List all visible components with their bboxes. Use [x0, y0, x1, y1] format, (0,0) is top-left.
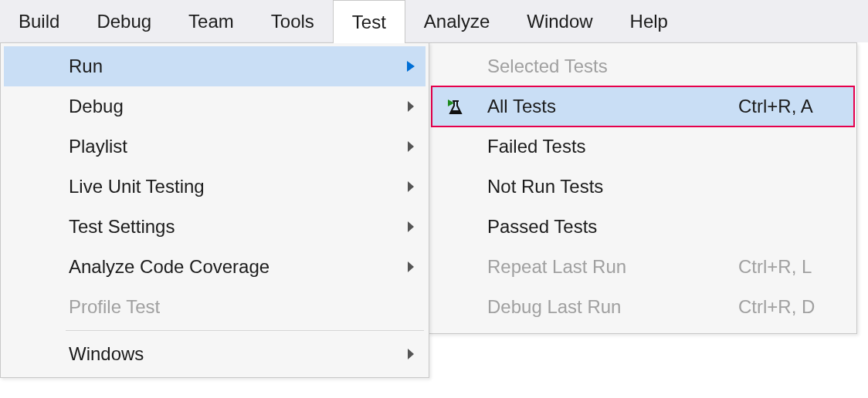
- menu-label: Tools: [271, 11, 314, 32]
- run-not-run-tests[interactable]: Not Run Tests: [432, 167, 854, 207]
- menu-label: Build: [19, 11, 59, 32]
- menu-build[interactable]: Build: [0, 0, 78, 42]
- test-test-settings[interactable]: Test Settings: [4, 207, 426, 247]
- menu-team[interactable]: Team: [170, 0, 253, 42]
- submenu-arrow-icon: [408, 141, 414, 152]
- test-windows[interactable]: Windows: [4, 334, 426, 374]
- submenu-arrow-icon: [408, 349, 414, 359]
- submenu-arrow-icon: [407, 61, 415, 72]
- menu-debug[interactable]: Debug: [78, 0, 170, 42]
- menu-item-label: Test Settings: [35, 216, 396, 238]
- run-failed-tests[interactable]: Failed Tests: [432, 126, 854, 167]
- menu-item-label: Passed Tests: [478, 216, 738, 238]
- menu-item-label: Debug: [35, 96, 396, 117]
- menu-tools[interactable]: Tools: [253, 0, 333, 42]
- test-debug[interactable]: Debug: [4, 86, 426, 126]
- menu-separator: [66, 330, 424, 331]
- run-debug-last-run: Debug Last RunCtrl+R, D: [432, 287, 854, 327]
- menu-item-label: Live Unit Testing: [35, 176, 396, 197]
- test-analyze-code-coverage[interactable]: Analyze Code Coverage: [4, 247, 426, 287]
- menu-item-shortcut: Ctrl+R, A: [738, 96, 854, 117]
- menu-item-label: Analyze Code Coverage: [35, 256, 396, 278]
- menu-item-label: Selected Tests: [478, 56, 738, 77]
- menu-help[interactable]: Help: [612, 0, 687, 42]
- menu-item-shortcut: Ctrl+R, L: [738, 256, 854, 278]
- test-playlist[interactable]: Playlist: [4, 126, 426, 167]
- menu-item-label: Not Run Tests: [478, 176, 738, 197]
- menu-label: Test: [352, 12, 386, 33]
- menu-label: Team: [188, 11, 234, 32]
- menu-analyze[interactable]: Analyze: [405, 0, 508, 42]
- run-all-tests[interactable]: All TestsCtrl+R, A: [432, 86, 854, 126]
- test-run[interactable]: Run: [4, 46, 426, 86]
- menu-window[interactable]: Window: [508, 0, 611, 42]
- menu-item-label: Debug Last Run: [478, 296, 738, 318]
- menu-label: Window: [527, 11, 592, 32]
- test-live-unit-testing[interactable]: Live Unit Testing: [4, 167, 426, 207]
- menu-item-label: Run: [35, 56, 396, 77]
- run-passed-tests[interactable]: Passed Tests: [432, 207, 854, 247]
- menu-item-label: Failed Tests: [478, 136, 738, 157]
- test-profile-test: Profile Test: [4, 287, 426, 327]
- menu-item-label: Playlist: [35, 136, 396, 157]
- menu-test[interactable]: Test: [333, 0, 405, 43]
- menu-bar: BuildDebugTeamToolsTestAnalyzeWindowHelp: [0, 0, 868, 42]
- menu-item-label: Profile Test: [35, 296, 396, 318]
- menu-item-label: All Tests: [478, 96, 738, 117]
- menu-label: Analyze: [424, 11, 490, 32]
- menu-item-label: Windows: [35, 343, 396, 365]
- test-dropdown: RunDebugPlaylistLive Unit TestingTest Se…: [0, 42, 429, 378]
- menu-label: Help: [630, 11, 668, 32]
- menu-item-label: Repeat Last Run: [478, 256, 738, 278]
- submenu-arrow-icon: [408, 221, 414, 232]
- svg-rect-1: [453, 100, 459, 102]
- submenu-arrow-icon: [408, 181, 414, 192]
- run-dropdown: Selected TestsAll TestsCtrl+R, AFailed T…: [429, 42, 857, 334]
- run-selected-tests: Selected Tests: [432, 46, 854, 86]
- run-repeat-last-run: Repeat Last RunCtrl+R, L: [432, 247, 854, 287]
- menu-item-shortcut: Ctrl+R, D: [738, 296, 854, 318]
- submenu-arrow-icon: [408, 261, 414, 272]
- submenu-arrow-icon: [408, 101, 414, 112]
- run-flask-icon: [446, 98, 463, 115]
- menu-label: Debug: [97, 11, 151, 32]
